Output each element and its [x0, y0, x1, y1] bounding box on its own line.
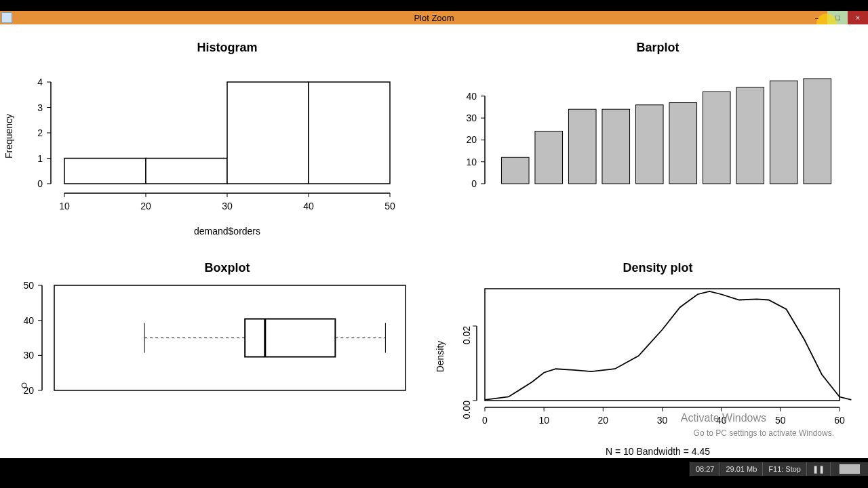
status-pause-icon[interactable]: ❚❚ [806, 462, 830, 476]
watermark-title: Activate Windows [681, 412, 766, 424]
letterbox-bottom [0, 476, 868, 488]
svg-rect-2 [227, 82, 309, 184]
boxplot-title: Boxplot [205, 261, 250, 274]
svg-rect-28 [568, 109, 596, 184]
svg-rect-27 [535, 131, 563, 184]
barplot-panel: Barplot 010203040 [434, 31, 854, 241]
barplot-title: Barplot [637, 41, 679, 54]
barplot-plot: 010203040 [466, 79, 831, 189]
svg-text:30: 30 [657, 415, 668, 426]
svg-text:0: 0 [471, 178, 477, 189]
boxplot-panel: Boxplot 20304050 [0, 255, 420, 458]
svg-text:20: 20 [140, 201, 151, 211]
app-icon [1, 12, 12, 23]
svg-text:50: 50 [23, 280, 34, 291]
watermark-subtitle: Go to PC settings to activate Windows. [694, 428, 834, 438]
density-plot: 01020304050600.000.02 [461, 289, 851, 426]
svg-rect-33 [736, 87, 764, 184]
svg-text:50: 50 [384, 201, 395, 211]
svg-text:10: 10 [59, 201, 70, 211]
boxplot-plot: 20304050 [22, 280, 406, 396]
svg-rect-1 [146, 159, 227, 184]
svg-text:20: 20 [23, 385, 34, 396]
svg-text:2: 2 [37, 127, 43, 138]
svg-text:30: 30 [222, 201, 233, 211]
status-time: 08:27 [690, 462, 720, 476]
status-bar: 08:27 29.01 Mb F11: Stop ❚❚ [690, 462, 868, 476]
svg-text:0.02: 0.02 [461, 326, 472, 344]
histogram-xlabel: demand$orders [194, 226, 260, 237]
svg-text:30: 30 [23, 350, 34, 361]
status-stop-icon[interactable] [830, 462, 868, 476]
svg-text:0: 0 [37, 178, 43, 189]
svg-text:40: 40 [23, 315, 34, 326]
svg-rect-64 [485, 289, 840, 401]
svg-text:20: 20 [466, 134, 477, 145]
histogram-ylabel: Frequency [3, 114, 14, 159]
plot-area: Histogram 102030405001234 demand$orders … [0, 24, 868, 458]
svg-text:30: 30 [466, 113, 477, 123]
svg-rect-31 [669, 103, 697, 184]
svg-rect-3 [309, 82, 390, 184]
svg-rect-26 [501, 157, 529, 184]
density-ylabel: Density [435, 341, 446, 373]
svg-text:3: 3 [37, 102, 43, 113]
svg-text:4: 4 [37, 77, 43, 87]
svg-rect-32 [703, 92, 730, 184]
svg-rect-52 [245, 319, 335, 357]
svg-text:20: 20 [598, 415, 609, 426]
status-memory: 29.01 Mb [719, 462, 762, 476]
histogram-panel: Histogram 102030405001234 demand$orders … [0, 31, 420, 241]
status-stop[interactable]: F11: Stop [762, 462, 806, 476]
svg-text:0: 0 [482, 415, 488, 426]
density-xlabel: N = 10 Bandwidth = 4.45 [606, 446, 710, 457]
density-title: Density plot [623, 261, 692, 274]
svg-text:50: 50 [775, 415, 786, 426]
histogram-plot: 102030405001234 [37, 77, 395, 211]
density-panel: Density plot 01020304050600.000.02 N = 1… [434, 255, 868, 458]
letterbox-top [0, 0, 868, 11]
svg-rect-35 [804, 79, 831, 184]
svg-rect-30 [635, 105, 663, 184]
svg-text:0.00: 0.00 [461, 401, 472, 419]
svg-text:40: 40 [466, 91, 477, 102]
window-title: Plot Zoom [414, 13, 454, 23]
title-bar[interactable]: Plot Zoom – □ × [0, 11, 868, 24]
svg-text:10: 10 [466, 157, 477, 167]
svg-text:10: 10 [538, 415, 549, 426]
close-button[interactable]: × [848, 11, 868, 24]
svg-text:40: 40 [303, 201, 314, 211]
svg-text:60: 60 [834, 415, 845, 426]
histogram-title: Histogram [197, 41, 257, 54]
svg-text:1: 1 [37, 153, 43, 164]
svg-rect-34 [770, 81, 797, 184]
svg-rect-0 [64, 159, 146, 184]
svg-rect-29 [602, 109, 630, 184]
